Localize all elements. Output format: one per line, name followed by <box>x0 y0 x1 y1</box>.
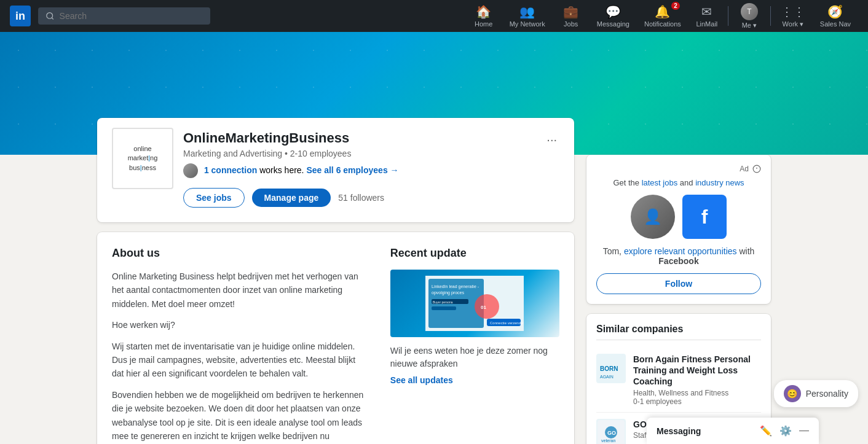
ad-cta-hl1: explore <box>624 246 652 256</box>
ad-description: Tom, explore relevant opportunities with… <box>596 246 761 266</box>
nav-home[interactable]: 🏠 Home <box>465 1 502 31</box>
see-all-updates-link[interactable]: See all updates <box>390 375 453 385</box>
nav-messaging[interactable]: 💬 Messaging <box>590 1 637 31</box>
nav-messaging-label: Messaging <box>597 20 629 28</box>
company-meta: Marketing and Advertising • 2-10 employe… <box>183 149 559 158</box>
follow-button[interactable]: Follow <box>596 273 761 294</box>
navbar: in 🏠 Home 👥 My Network 💼 Jobs 💬 Messagin… <box>0 0 868 32</box>
similar-company-info-1: Born Again Fitness Personal Training and… <box>633 354 761 406</box>
svg-text:LinkedIn lead generatie -: LinkedIn lead generatie - <box>432 284 479 289</box>
similar-company-logo-2: GO veteran <box>596 419 626 444</box>
ad-logos: 👤 f <box>596 195 761 239</box>
nav-my-network[interactable]: 👥 My Network <box>502 1 553 31</box>
avatar: T <box>741 3 758 20</box>
connection-text: works here. <box>259 165 306 175</box>
nav-linmail[interactable]: ✉ LinMail <box>688 1 725 31</box>
about-title: About us <box>112 247 366 260</box>
recent-image-content: LinkedIn lead generatie - opvolging proc… <box>390 270 559 337</box>
company-separator: • <box>285 149 290 158</box>
content-row: About us Online Marketing Business helpt… <box>97 232 574 444</box>
nav-divider <box>728 6 728 26</box>
similar-company-name-1: Born Again Fitness Personal Training and… <box>633 354 761 388</box>
about-section: About us Online Marketing Business helpt… <box>112 247 366 444</box>
nav-work-label: Work ▾ <box>783 20 804 28</box>
company-actions: See jobs Manage page 51 followers <box>183 188 559 208</box>
linmail-icon: ✉ <box>701 4 712 19</box>
svg-text:Connectie verzenden: Connectie verzenden <box>490 321 524 325</box>
similar-company-employees-1: 0-1 employees <box>633 397 761 406</box>
nav-me-label: Me ▾ <box>742 21 757 29</box>
company-size: 2-10 employees <box>290 149 352 158</box>
nav-notifications[interactable]: 🔔 2 Notifications <box>637 1 688 31</box>
nav-sales-nav-label: Sales Nav <box>820 20 851 28</box>
about-text-1: Online Marketing Business helpt bedrijve… <box>112 270 366 311</box>
search-bar[interactable] <box>38 7 210 25</box>
svg-rect-8 <box>432 306 456 310</box>
recent-description: Wil je eens weten hoe je deze zomer nog … <box>390 345 559 370</box>
nav-home-label: Home <box>475 20 492 28</box>
company-logo: online market|ng bus|ness <box>112 128 173 189</box>
nav-me[interactable]: T Me ▾ <box>731 0 768 33</box>
company-card: ··· online market|ng bus|ness OnlineMark… <box>97 118 574 222</box>
company-info: OnlineMarketingBusiness Marketing and Ad… <box>183 130 559 208</box>
ad-card: Ad Get the latest jobs and industry news… <box>586 155 771 304</box>
main-layout: ··· online market|ng bus|ness OnlineMark… <box>87 118 781 444</box>
svg-point-9 <box>475 294 499 319</box>
ad-company-logo: f <box>682 195 727 239</box>
ad-tagline-hl1: latest jobs <box>642 178 678 187</box>
svg-line-1 <box>52 18 53 20</box>
nav-items: 🏠 Home 👥 My Network 💼 Jobs 💬 Messaging 🔔… <box>465 0 858 33</box>
connection-link[interactable]: 1 connection <box>204 165 257 175</box>
ad-tagline-middle: and <box>680 178 695 187</box>
ad-header: Ad <box>596 165 761 173</box>
personality-widget[interactable]: 😊 Personality <box>774 380 858 407</box>
compose-icon[interactable]: ✏️ <box>760 425 772 437</box>
messaging-actions: ✏️ ⚙️ — <box>760 425 809 437</box>
search-input[interactable] <box>60 11 203 21</box>
nav-jobs[interactable]: 💼 Jobs <box>553 1 590 31</box>
recent-update-image[interactable]: LinkedIn lead generatie - opvolging proc… <box>390 270 559 337</box>
network-icon: 👥 <box>519 4 535 19</box>
ad-person-avatar: 👤 <box>631 195 675 239</box>
ad-cta-hl2: relevant <box>655 246 685 256</box>
more-options-button[interactable]: ··· <box>542 130 562 149</box>
left-column: ··· online market|ng bus|ness OnlineMark… <box>97 118 574 444</box>
svg-text:Buyer persona: Buyer persona <box>433 300 453 304</box>
nav-sales-nav[interactable]: 🧭 Sales Nav <box>813 1 858 31</box>
ad-cta-hl3: opportunities <box>687 246 736 256</box>
similar-company-industry-1: Health, Wellness and Fitness <box>633 389 761 397</box>
notifications-badge: 2 <box>671 2 680 10</box>
company-header: online market|ng bus|ness OnlineMarketin… <box>112 130 559 208</box>
messaging-icon: 💬 <box>606 4 621 19</box>
work-grid-icon: ⋮⋮ <box>781 4 805 19</box>
linkedin-logo[interactable]: in <box>10 6 31 26</box>
connection-avatar <box>183 163 198 178</box>
similar-company-item[interactable]: BORN AGAIN Born Again Fitness Personal T… <box>596 348 761 413</box>
svg-text:opvolging proces: opvolging proces <box>432 290 464 295</box>
minimize-icon[interactable]: — <box>799 425 809 437</box>
settings-icon[interactable]: ⚙️ <box>779 425 792 437</box>
messaging-bar[interactable]: Messaging ✏️ ⚙️ — <box>647 418 819 444</box>
recent-update-title: Recent update <box>390 247 559 260</box>
manage-page-button[interactable]: Manage page <box>252 189 331 207</box>
nav-linmail-label: LinMail <box>696 20 717 28</box>
see-all-employees-link[interactable]: See all 6 employees <box>306 165 387 175</box>
svg-text:veteran: veteran <box>601 438 615 443</box>
company-logo-text: online market|ng bus|ness <box>123 139 163 177</box>
ad-label: Ad <box>740 165 749 173</box>
see-jobs-button[interactable]: See jobs <box>183 188 245 208</box>
ad-tagline-prefix: Get the <box>613 178 639 187</box>
ad-person-name: Tom, <box>603 246 621 256</box>
about-text-4: Bovendien hebben we de mogelijkheid om b… <box>112 388 366 444</box>
nav-work[interactable]: ⋮⋮ Work ▾ <box>773 1 813 32</box>
about-text-3: Wij starten met de inventarisatie van je… <box>112 340 366 381</box>
personality-icon: 😊 <box>784 385 801 402</box>
svg-text:GO: GO <box>607 430 616 436</box>
company-category: Marketing and Advertising <box>183 149 282 158</box>
home-icon: 🏠 <box>476 4 491 19</box>
about-text-2: Hoe werken wij? <box>112 318 366 332</box>
similar-companies-title: Similar companies <box>596 324 761 340</box>
svg-text:01: 01 <box>481 305 486 310</box>
nav-jobs-label: Jobs <box>564 20 578 28</box>
right-sidebar: Ad Get the latest jobs and industry news… <box>586 155 771 444</box>
